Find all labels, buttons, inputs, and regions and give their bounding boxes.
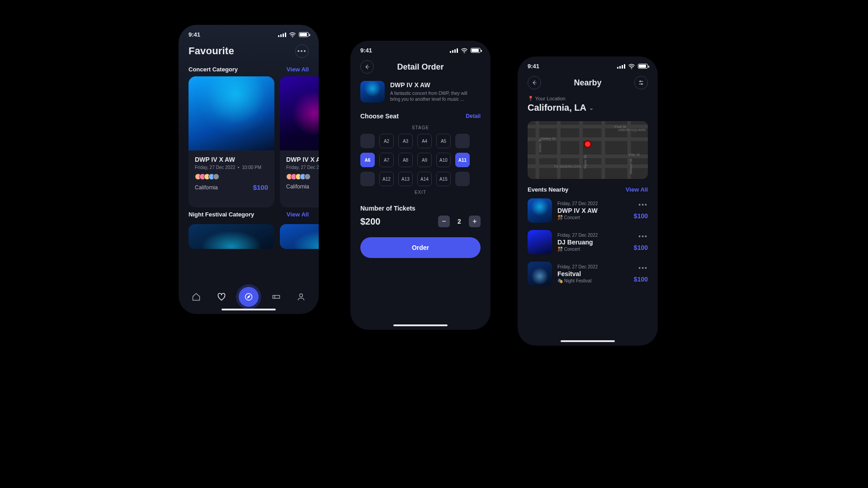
your-location-label: 📍 Your Location bbox=[528, 96, 648, 102]
event-title: DWP IV X AW bbox=[390, 81, 476, 89]
status-indicators bbox=[617, 64, 648, 69]
status-bar: 9:41 bbox=[518, 56, 658, 70]
svg-point-0 bbox=[292, 37, 293, 37]
event-thumb bbox=[528, 230, 552, 254]
seat-a12[interactable]: A12 bbox=[379, 172, 394, 186]
tab-explore[interactable] bbox=[239, 287, 259, 307]
user-icon bbox=[297, 292, 306, 301]
order-button-label: Order bbox=[412, 244, 429, 251]
order-button[interactable]: Order bbox=[360, 237, 481, 258]
map-label: Jones St bbox=[538, 139, 542, 153]
compass-icon bbox=[244, 292, 253, 301]
battery-icon bbox=[299, 32, 309, 37]
page-title: Detail Order bbox=[397, 62, 443, 72]
event-title: Fesitval bbox=[557, 270, 628, 277]
seat-a11[interactable]: A11 bbox=[455, 153, 470, 167]
event-more-button[interactable]: ••• bbox=[634, 233, 648, 239]
event-list-item[interactable]: Friday, 27 Dec 2022DWP IV X AW🎊 Concert•… bbox=[528, 198, 648, 223]
event-list-item[interactable]: Friday, 27 Dec 2022DJ Beruang🎊 Concert••… bbox=[528, 230, 648, 254]
status-time: 9:41 bbox=[360, 47, 372, 54]
screen-favourite: 9:41 Favourite ••• Concert Category View… bbox=[179, 25, 319, 314]
status-time: 9:41 bbox=[528, 63, 539, 70]
seat-a6[interactable]: A6 bbox=[360, 153, 375, 167]
seat-detail-link[interactable]: Detail bbox=[466, 113, 481, 119]
event-date: Friday, 27 Dec 2022 bbox=[557, 264, 628, 269]
quantity-value: 2 bbox=[455, 218, 463, 225]
map-label: Mason St bbox=[629, 159, 633, 174]
home-indicator bbox=[222, 309, 276, 310]
seat-a15[interactable]: A15 bbox=[436, 172, 451, 186]
map-view[interactable]: Post St Geary St Ellis St Jones St Taylo… bbox=[528, 121, 648, 179]
view-all-concert[interactable]: View All bbox=[287, 66, 309, 73]
tab-favourite[interactable] bbox=[214, 289, 229, 305]
svg-point-5 bbox=[640, 81, 641, 82]
tab-home[interactable] bbox=[189, 289, 204, 305]
signal-icon bbox=[450, 48, 458, 53]
screen-detail-order: 9:41 Detail Order DWP IV X AW A fantasti… bbox=[350, 41, 491, 330]
exit-label: EXIT bbox=[350, 190, 491, 195]
view-all-nightfest[interactable]: View All bbox=[287, 211, 309, 218]
page-title: Favourite bbox=[189, 45, 234, 57]
event-card[interactable]: DWP IV X AW Friday, 27 Dec 2022 10:00 PM… bbox=[189, 76, 274, 207]
event-thumb[interactable] bbox=[280, 224, 319, 249]
home-indicator bbox=[393, 324, 448, 326]
event-price: $100 bbox=[634, 244, 648, 251]
view-all-nearby[interactable]: View All bbox=[626, 186, 648, 193]
more-button[interactable]: ••• bbox=[295, 44, 309, 58]
event-title: DJ Beruang bbox=[557, 239, 628, 246]
seat-a8[interactable]: A8 bbox=[398, 153, 413, 167]
event-desc: A fantastic concert from DWP, they will … bbox=[390, 90, 476, 102]
arrow-left-icon bbox=[531, 80, 538, 86]
seat-a10[interactable]: A10 bbox=[436, 153, 451, 167]
decrease-button[interactable]: − bbox=[438, 216, 450, 227]
event-list-item[interactable]: Friday, 27 Dec 2022Fesitval🎭 Night Festi… bbox=[528, 262, 648, 286]
back-button[interactable] bbox=[360, 60, 374, 74]
event-thumb[interactable] bbox=[189, 224, 274, 249]
seat-void bbox=[455, 134, 470, 148]
event-image bbox=[280, 76, 319, 150]
tab-bar bbox=[189, 287, 309, 307]
seat-a3[interactable]: A3 bbox=[398, 134, 413, 148]
seat-a13[interactable]: A13 bbox=[398, 172, 413, 186]
wifi-icon bbox=[628, 64, 635, 69]
event-category: 🎭 Night Festival bbox=[557, 278, 628, 283]
seat-a14[interactable]: A14 bbox=[417, 172, 432, 186]
arrow-left-icon bbox=[364, 64, 370, 70]
filter-button[interactable] bbox=[634, 76, 648, 89]
event-location: California bbox=[195, 184, 218, 191]
event-price: $100 bbox=[253, 183, 268, 191]
event-thumb bbox=[528, 262, 552, 286]
current-location[interactable]: California, LA ⌄ bbox=[528, 103, 648, 113]
tickets-label: Number of Tickets bbox=[350, 198, 491, 212]
map-label: Geary St bbox=[541, 136, 556, 141]
signal-icon bbox=[617, 64, 625, 69]
map-pin-icon bbox=[584, 140, 592, 148]
seat-a5[interactable]: A5 bbox=[436, 134, 451, 148]
tab-tickets[interactable] bbox=[269, 289, 284, 305]
event-card[interactable]: DWP IV X A Friday, 27 Dec 2022 Californi… bbox=[280, 76, 319, 207]
tab-profile[interactable] bbox=[293, 289, 309, 305]
event-thumb bbox=[528, 198, 552, 223]
event-more-button[interactable]: ••• bbox=[634, 265, 648, 271]
seat-a7[interactable]: A7 bbox=[379, 153, 394, 167]
increase-button[interactable]: + bbox=[469, 216, 481, 227]
wifi-icon bbox=[289, 32, 296, 38]
section-concert-title: Concert Category bbox=[189, 66, 238, 73]
battery-icon bbox=[471, 48, 481, 53]
back-button[interactable] bbox=[528, 76, 541, 89]
seat-void bbox=[360, 172, 375, 186]
event-category: 🎊 Concert bbox=[557, 247, 628, 252]
event-date: Friday, 27 Dec 2022 bbox=[286, 165, 319, 170]
page-title: Nearby bbox=[574, 78, 601, 88]
event-location: California bbox=[286, 183, 309, 190]
event-title: DWP IV X A bbox=[286, 156, 319, 163]
seat-a9[interactable]: A9 bbox=[417, 153, 432, 167]
map-label: Ellis St bbox=[629, 153, 640, 157]
home-indicator bbox=[561, 340, 615, 342]
seat-a2[interactable]: A2 bbox=[379, 134, 394, 148]
svg-point-2 bbox=[300, 294, 303, 297]
seat-a4[interactable]: A4 bbox=[417, 134, 432, 148]
ticket-icon bbox=[272, 292, 281, 301]
event-more-button[interactable]: ••• bbox=[634, 202, 648, 208]
map-label: Taylor St bbox=[583, 155, 587, 169]
